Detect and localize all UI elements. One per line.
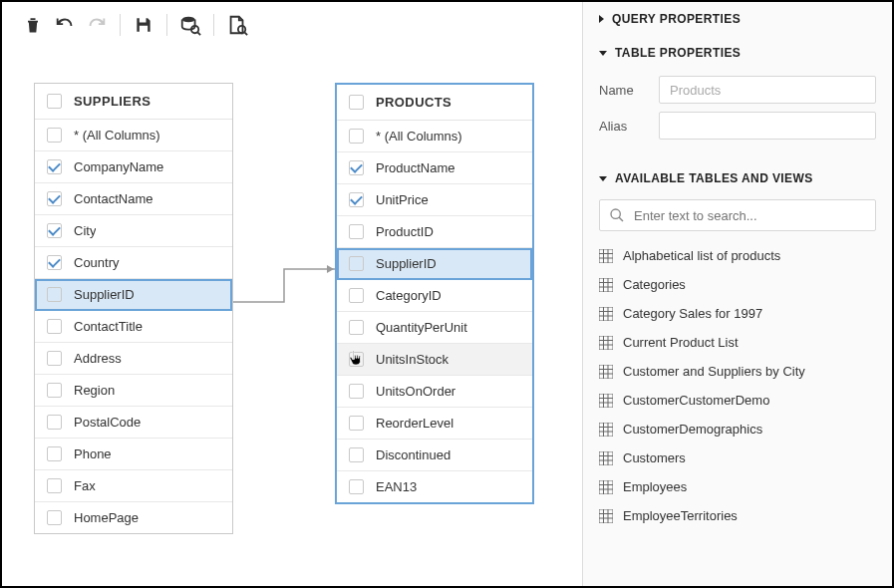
column-label: UnitPrice <box>376 192 429 207</box>
column-label: QuantityPerUnit <box>376 320 467 335</box>
available-table-item[interactable]: Category Sales for 1997 <box>599 299 876 328</box>
column-checkbox[interactable] <box>47 351 62 366</box>
delete-button[interactable] <box>20 12 46 38</box>
svg-rect-32 <box>599 394 613 408</box>
column-checkbox[interactable] <box>349 416 364 431</box>
search-input[interactable] <box>599 199 876 231</box>
column-checkbox[interactable] <box>349 192 364 207</box>
svg-line-2 <box>197 32 200 35</box>
section-table-properties[interactable]: TABLE PROPERTIES <box>583 36 892 70</box>
column-checkbox[interactable] <box>47 287 62 302</box>
column-row[interactable]: UnitsInStock <box>337 344 532 376</box>
select-all-checkbox[interactable] <box>349 95 364 110</box>
available-table-item[interactable]: Customer and Suppliers by City <box>599 357 876 386</box>
column-checkbox[interactable] <box>349 447 364 462</box>
column-row[interactable]: City <box>35 215 232 247</box>
column-checkbox[interactable] <box>47 191 62 206</box>
table-icon <box>599 509 613 523</box>
column-row[interactable]: * (All Columns) <box>337 121 532 152</box>
column-row[interactable]: QuantityPerUnit <box>337 312 532 344</box>
available-table-item[interactable]: Alphabetical list of products <box>599 241 876 270</box>
column-label: SupplierID <box>74 287 135 302</box>
table-card-suppliers[interactable]: SUPPLIERS* (All Columns)CompanyNameConta… <box>34 83 233 534</box>
column-row[interactable]: UnitsOnOrder <box>337 376 532 408</box>
table-header[interactable]: PRODUCTS <box>337 85 532 121</box>
section-title: QUERY PROPERTIES <box>612 12 741 26</box>
column-checkbox[interactable] <box>47 415 62 430</box>
column-checkbox[interactable] <box>47 128 62 143</box>
table-card-products[interactable]: PRODUCTS* (All Columns)ProductNameUnitPr… <box>335 83 534 504</box>
available-table-item[interactable]: CustomerDemographics <box>599 415 876 443</box>
column-row[interactable]: * (All Columns) <box>35 120 232 151</box>
column-row[interactable]: SupplierID <box>35 279 232 311</box>
available-table-item[interactable]: Employees <box>599 472 876 501</box>
column-row[interactable]: ReorderLevel <box>337 408 532 440</box>
column-row[interactable]: HomePage <box>35 502 232 533</box>
svg-rect-17 <box>599 307 613 321</box>
column-row[interactable]: Phone <box>35 439 232 470</box>
column-label: ContactTitle <box>74 319 143 334</box>
column-checkbox[interactable] <box>349 160 364 175</box>
column-label: * (All Columns) <box>74 128 160 143</box>
column-checkbox[interactable] <box>47 510 62 525</box>
column-checkbox[interactable] <box>349 129 364 144</box>
toolbar <box>2 2 582 48</box>
column-checkbox[interactable] <box>349 320 364 335</box>
column-row[interactable]: ContactName <box>35 183 232 215</box>
select-all-checkbox[interactable] <box>47 94 62 109</box>
redo-icon <box>86 14 108 36</box>
section-query-properties[interactable]: QUERY PROPERTIES <box>583 2 892 36</box>
available-table-item[interactable]: Current Product List <box>599 328 876 357</box>
available-table-item[interactable]: Categories <box>599 270 876 299</box>
available-tables-list: Alphabetical list of productsCategoriesC… <box>583 241 892 586</box>
preview-data-icon <box>179 14 201 36</box>
column-row[interactable]: PostalCode <box>35 407 232 439</box>
column-checkbox[interactable] <box>47 319 62 334</box>
query-canvas: SUPPLIERS* (All Columns)CompanyNameConta… <box>2 48 582 586</box>
relationship-connector <box>233 263 335 308</box>
available-table-item[interactable]: EmployeeTerritories <box>599 501 876 530</box>
column-checkbox[interactable] <box>47 159 62 174</box>
column-checkbox[interactable] <box>47 446 62 461</box>
available-table-item[interactable]: Customers <box>599 443 876 472</box>
column-checkbox[interactable] <box>47 383 62 398</box>
column-row[interactable]: Address <box>35 343 232 375</box>
name-input[interactable] <box>659 76 876 104</box>
preview-data-button[interactable] <box>177 12 203 38</box>
column-row[interactable]: ContactTitle <box>35 311 232 343</box>
column-checkbox[interactable] <box>349 352 364 367</box>
column-checkbox[interactable] <box>47 255 62 270</box>
column-row[interactable]: Fax <box>35 470 232 502</box>
column-checkbox[interactable] <box>349 224 364 239</box>
column-row[interactable]: EAN13 <box>337 471 532 502</box>
delete-icon <box>23 15 43 35</box>
column-row[interactable]: CompanyName <box>35 151 232 183</box>
column-row[interactable]: UnitPrice <box>337 184 532 216</box>
column-row[interactable]: Discontinued <box>337 440 532 471</box>
column-checkbox[interactable] <box>47 478 62 493</box>
column-row[interactable]: SupplierID <box>337 248 532 280</box>
available-table-label: Categories <box>623 277 686 292</box>
column-label: ReorderLevel <box>376 416 453 431</box>
table-header[interactable]: SUPPLIERS <box>35 84 232 120</box>
section-available-tables[interactable]: AVAILABLE TABLES AND VIEWS <box>583 161 892 195</box>
undo-button[interactable] <box>52 12 78 38</box>
column-checkbox[interactable] <box>349 479 364 494</box>
available-table-item[interactable]: CustomerCustomerDemo <box>599 386 876 415</box>
column-label: EAN13 <box>376 479 417 494</box>
column-checkbox[interactable] <box>47 223 62 238</box>
column-row[interactable]: Region <box>35 375 232 407</box>
undo-icon <box>54 14 76 36</box>
column-row[interactable]: Country <box>35 247 232 279</box>
column-checkbox[interactable] <box>349 384 364 399</box>
column-row[interactable]: ProductID <box>337 216 532 248</box>
alias-input[interactable] <box>659 112 876 140</box>
table-icon <box>599 365 613 379</box>
column-label: CategoryID <box>376 288 442 303</box>
column-row[interactable]: ProductName <box>337 152 532 184</box>
column-checkbox[interactable] <box>349 288 364 303</box>
preview-sql-button[interactable] <box>224 12 250 38</box>
column-checkbox[interactable] <box>349 256 364 271</box>
column-row[interactable]: CategoryID <box>337 280 532 312</box>
save-button[interactable] <box>131 12 156 38</box>
